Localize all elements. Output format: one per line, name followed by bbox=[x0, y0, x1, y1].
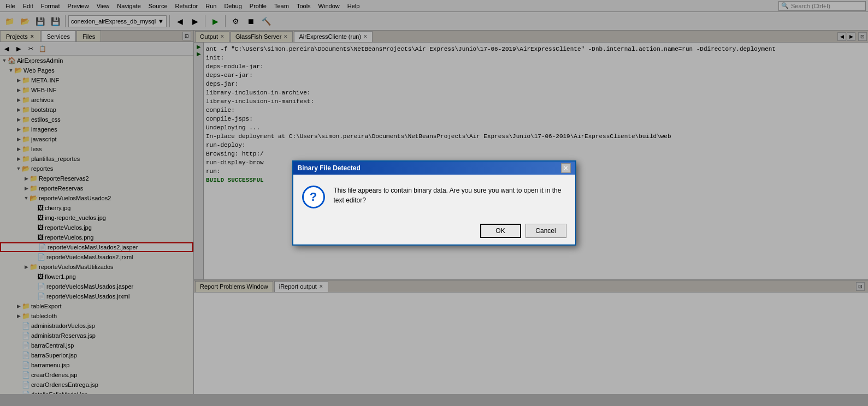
dialog-body: ? This file appears to contain binary da… bbox=[293, 175, 575, 219]
binary-file-dialog: Binary File Detected ✕ ? This file appea… bbox=[292, 160, 576, 246]
dialog-footer: OK Cancel bbox=[293, 219, 575, 244]
dialog-icon-label: ? bbox=[310, 190, 317, 204]
dialog-ok-btn[interactable]: OK bbox=[480, 224, 521, 238]
dialog-title: Binary File Detected bbox=[298, 164, 361, 172]
dialog-overlay: Binary File Detected ✕ ? This file appea… bbox=[0, 0, 868, 406]
dialog-titlebar: Binary File Detected ✕ bbox=[293, 162, 575, 175]
dialog-close-btn[interactable]: ✕ bbox=[561, 163, 571, 173]
dialog-question-icon: ? bbox=[302, 186, 325, 208]
dialog-cancel-btn[interactable]: Cancel bbox=[525, 224, 566, 238]
dialog-message: This file appears to contain binary data… bbox=[334, 186, 566, 205]
